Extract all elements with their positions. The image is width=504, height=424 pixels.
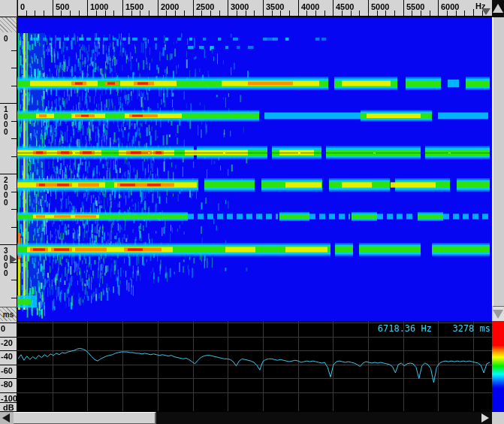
ruler-corner: [0, 0, 17, 17]
ruler-gap-hatch: [0, 17, 17, 33]
spectrum-canvas[interactable]: [17, 321, 492, 411]
vertical-scrollbar-thumb[interactable]: [492, 17, 504, 307]
intensity-colorbar-legend: [492, 321, 504, 411]
time-unit-box: ms: [0, 307, 17, 322]
horizontal-scrollbar-thumb[interactable]: [14, 412, 156, 424]
spectrogram-analyzer-window: Hz ms 6718.36 Hz 3278 ms: [0, 0, 504, 424]
scroll-down-button[interactable]: [492, 307, 504, 321]
time-readout: 3278 ms: [452, 323, 490, 334]
frequency-ruler[interactable]: [17, 0, 492, 17]
scroll-left-button[interactable]: [0, 412, 14, 424]
time-ruler[interactable]: [0, 32, 17, 307]
arrow-down-icon: [493, 310, 503, 319]
arrow-up-icon: [493, 4, 503, 13]
spectrum-panel[interactable]: 6718.36 Hz 3278 ms: [17, 321, 492, 411]
arrow-left-icon: [2, 413, 10, 422]
time-cursor-marker-icon[interactable]: [10, 255, 17, 264]
db-scale: [0, 321, 17, 411]
time-unit-label: ms: [3, 310, 14, 319]
scrollbar-corner: [492, 412, 504, 424]
frequency-cursor-marker-icon[interactable]: [481, 8, 490, 15]
arrow-right-icon: [481, 413, 489, 422]
scroll-up-button[interactable]: [492, 0, 504, 17]
spectrogram-canvas[interactable]: [17, 17, 492, 321]
horizontal-scrollbar[interactable]: [0, 411, 504, 424]
scroll-right-button[interactable]: [478, 412, 492, 424]
frequency-readout: 6718.36 Hz: [378, 323, 432, 334]
vertical-scrollbar[interactable]: [492, 17, 504, 321]
